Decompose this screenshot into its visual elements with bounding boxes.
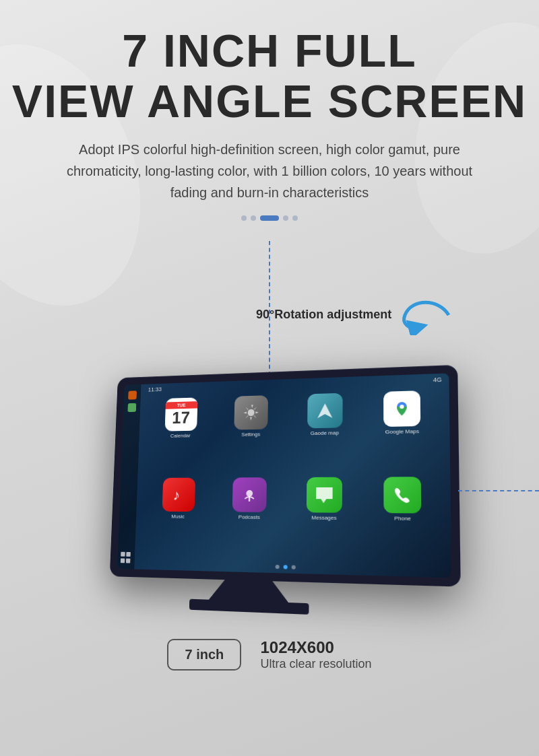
spec-size-badge: 7 inch [167,639,241,671]
screen-display: 11:33 4G TUE 17 [117,373,451,578]
svg-marker-3 [317,403,332,418]
bottom-spec-section: 7 inch 1024X600 Ultra clear resolution [0,618,539,685]
music-icon: ♪ [162,477,195,511]
device-section: 90°Rotation adjustment [0,241,539,618]
title-line1: 7 INCH FULL [12,26,527,76]
messages-label: Messages [311,514,336,521]
podcast-icon [241,485,259,504]
music-note-icon: ♪ [170,485,188,504]
chat-bubble-icon [314,485,335,504]
phone-icon [384,477,422,513]
device-mockup: 11:33 4G TUE 17 [108,364,462,620]
app-settings: Settings [217,394,285,472]
dot-1 [241,215,247,221]
rotation-label: 90°Rotation adjustment [256,295,452,335]
google-maps-icon [383,390,420,427]
music-label: Music [171,513,185,519]
app-messages: Messages [288,477,360,558]
rotation-text: 90°Rotation adjustment [256,308,391,322]
gaode-map-icon [315,401,335,421]
screen-frame: 11:33 4G TUE 17 [110,364,461,586]
gear-icon [241,403,261,423]
phone-handset-icon [393,485,412,504]
device-stand [209,579,289,603]
dashed-line-horizontal [458,490,539,491]
podcasts-label: Podcasts [239,514,260,520]
spec-details: 1024X600 Ultra clear resolution [260,638,371,671]
dot-5 [292,215,298,221]
google-maps-label: Google Maps [385,428,419,435]
screen-dot-2 [284,565,288,569]
gaode-icon [307,392,343,428]
phone-label: Phone [394,515,411,522]
calendar-day: 17 [165,408,197,427]
screen-dot-3 [292,565,296,569]
app-music: ♪ Music [145,477,212,555]
svg-text:♪: ♪ [172,486,180,503]
podcasts-icon [232,477,267,512]
dot-4 [283,215,288,221]
title-line2: VIEW ANGLE SCREEN [12,76,527,127]
main-title: 7 INCH FULL VIEW ANGLE SCREEN [12,26,527,127]
spec-resolution: 1024X600 [260,638,371,657]
gaode-label: Gaode map [311,429,339,436]
settings-label: Settings [241,431,260,437]
screen-dot-1 [276,564,280,568]
app-podcasts: Podcasts [215,477,284,557]
messages-icon [307,477,342,512]
time-display: 11:33 [148,386,162,392]
calendar-icon: TUE 17 [164,397,197,431]
dot-3-active [260,215,279,221]
app-phone: Phone [366,477,441,560]
maps-pin-icon [391,397,414,419]
spec-description: Ultra clear resolution [260,657,371,671]
sidebar-icon-2 [127,403,136,411]
page-indicator [241,215,298,221]
rotation-arrow-icon [398,295,452,335]
subtitle-text: Adopt IPS colorful high-definition scree… [47,139,492,203]
sidebar-grid-icon [121,551,132,563]
app-calendar: TUE 17 Calendar [148,397,214,473]
device-foot [189,598,309,614]
app-google-maps: Google Maps [366,390,440,471]
app-gaode: Gaode map [290,392,360,472]
app-grid: TUE 17 Calendar [136,385,451,564]
settings-icon [234,395,269,429]
sidebar-icon-1 [128,390,137,399]
calendar-label: Calendar [170,432,191,438]
svg-point-7 [247,490,253,497]
carrier-display: 4G [433,376,442,383]
dot-2 [251,215,256,221]
